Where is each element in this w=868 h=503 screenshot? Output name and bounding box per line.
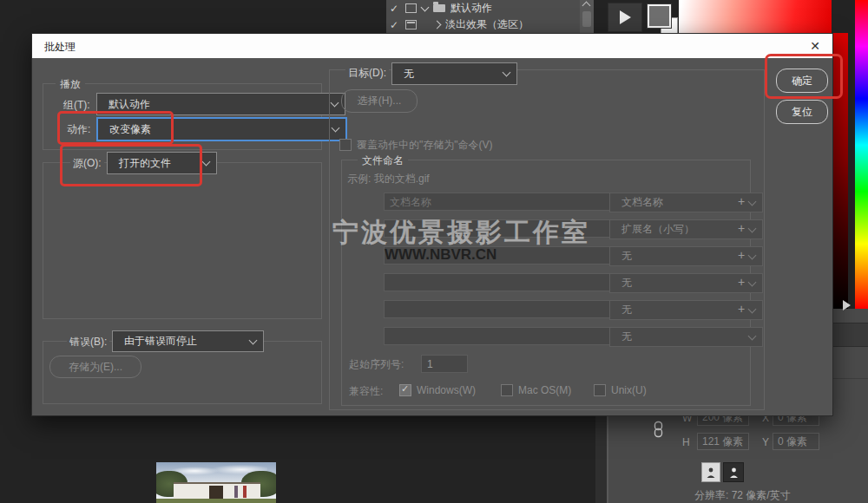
chevron-down-icon <box>748 304 757 313</box>
portrait-person-icon <box>706 467 716 478</box>
play-action-button[interactable] <box>608 3 642 32</box>
chevron-down-icon <box>748 224 757 232</box>
photoshop-workspace: ✓ 默认动作 ✓ 淡出效果（选区） W X H Y <box>0 0 868 503</box>
orientation-portrait-button[interactable] <box>701 462 720 482</box>
photo-banner-gray <box>234 486 238 498</box>
naming-text-4[interactable] <box>384 273 613 291</box>
error-label: 错误(B): <box>67 335 109 349</box>
naming-text-1[interactable] <box>384 193 613 211</box>
dialog-title: 批处理 <box>44 40 76 55</box>
naming-text-6[interactable] <box>384 327 613 345</box>
naming-select-6-value: 无 <box>621 330 632 344</box>
compat-macos-label: Mac OS(M) <box>518 384 571 396</box>
chevron-down-icon <box>748 251 757 259</box>
save-as-label: 存储为(E)... <box>69 360 122 375</box>
photo-grass <box>156 499 276 503</box>
file-naming-group: 文件命名 示例: 我的文档.gif 文档名称 + 扩展名（小写） + 无 + <box>341 160 751 406</box>
naming-text-5[interactable] <box>384 300 613 318</box>
action-row-fade-effect[interactable]: ✓ 淡出效果（选区） <box>386 16 580 33</box>
chevron-down-icon <box>748 197 757 206</box>
override-save-as-label: 覆盖动作中的"存储为"命令(V) <box>357 138 493 153</box>
house-photo-thumbnail <box>156 462 276 503</box>
naming-example: 示例: 我的文档.gif <box>347 172 430 186</box>
action-enabled-check-icon[interactable]: ✓ <box>390 3 400 15</box>
compat-unix-label: Unix(U) <box>611 384 647 396</box>
naming-select-5-value: 无 <box>621 303 632 317</box>
landscape-person-icon <box>728 467 740 478</box>
reset-button[interactable]: 复位 <box>776 100 828 124</box>
save-as-button[interactable]: 存储为(E)... <box>49 356 141 378</box>
action-label: 淡出效果（选区） <box>445 17 529 32</box>
play-icon <box>620 10 631 24</box>
watermark-website: WWW.NBVR.CN <box>385 246 496 264</box>
choose-button[interactable]: 选择(H)... <box>341 89 418 113</box>
height-label: H <box>682 436 690 448</box>
modal-toggle-icon[interactable] <box>405 3 417 13</box>
photo-banner-red <box>243 486 247 498</box>
annotation-box-source <box>60 144 202 186</box>
reset-label: 复位 <box>792 105 812 120</box>
add-row-icon[interactable]: + <box>738 221 745 235</box>
watermark-studio-name: 宁波优景摄影工作室 <box>332 215 590 251</box>
annotation-box-ok <box>765 54 843 99</box>
action-enabled-check-icon[interactable]: ✓ <box>390 19 400 31</box>
file-naming-legend: 文件命名 <box>358 154 408 168</box>
naming-select-1-value: 文档名称 <box>621 195 663 210</box>
chevron-down-icon <box>748 331 757 340</box>
compatibility-label: 兼容性: <box>349 384 383 399</box>
link-dimensions-icon[interactable] <box>653 421 664 438</box>
play-group-legend: 播放 <box>56 77 85 92</box>
add-row-icon[interactable]: + <box>738 248 745 262</box>
error-dropdown[interactable]: 由于错误而停止 <box>112 330 264 352</box>
chevron-down-icon <box>202 158 211 167</box>
chevron-down-icon <box>748 278 757 286</box>
add-row-icon[interactable]: + <box>738 275 745 289</box>
foreground-color-swatch[interactable] <box>648 4 671 28</box>
orientation-landscape-button[interactable] <box>723 462 744 482</box>
action-set-label: 默认动作 <box>450 1 492 16</box>
chevron-down-icon <box>503 69 511 77</box>
naming-select-2-value: 扩展名（小写） <box>621 222 694 237</box>
actions-panel: ✓ 默认动作 ✓ 淡出效果（选区） <box>386 0 580 33</box>
resolution-value: 分辨率: 72 像素/英寸 <box>694 488 791 503</box>
override-save-as-checkbox[interactable] <box>339 139 352 151</box>
color-picker-saturation-field[interactable] <box>679 0 832 33</box>
scrollbar-thumb[interactable] <box>582 11 591 27</box>
dialog-toggle-icon[interactable] <box>405 20 417 29</box>
action-set-folder-icon <box>433 4 445 12</box>
add-row-icon[interactable]: + <box>738 194 745 208</box>
height-input[interactable] <box>697 433 749 450</box>
naming-select-4-value: 无 <box>621 276 632 291</box>
compat-windows-label: Windows(W) <box>417 384 476 396</box>
serial-number-label: 起始序列号: <box>349 357 404 372</box>
y-label: Y <box>762 436 769 448</box>
annotation-box-action <box>57 111 174 145</box>
naming-select-3-value: 无 <box>621 249 632 264</box>
chevron-right-icon[interactable] <box>433 21 442 29</box>
naming-select-6[interactable]: 无 <box>609 327 763 347</box>
set-dropdown-value: 默认动作 <box>108 97 150 112</box>
close-icon[interactable]: ✕ <box>805 36 825 56</box>
add-row-icon[interactable]: + <box>738 302 745 316</box>
destination-dropdown-value: 无 <box>404 67 414 82</box>
compat-windows-checkbox[interactable] <box>399 384 411 396</box>
destination-dropdown[interactable]: 无 <box>391 62 517 85</box>
color-picker-hue-bar[interactable] <box>855 0 868 309</box>
compat-unix-checkbox[interactable] <box>594 384 606 396</box>
action-row-default-actions[interactable]: ✓ 默认动作 <box>386 0 580 16</box>
hue-slider-pointer[interactable] <box>843 300 851 310</box>
choose-label: 选择(H)... <box>358 94 402 108</box>
dialog-titlebar[interactable]: 批处理 ✕ <box>32 34 832 58</box>
destination-label: 目标(D): <box>345 66 389 81</box>
y-input[interactable] <box>773 433 819 450</box>
serial-number-input[interactable] <box>421 355 468 373</box>
compat-macos-checkbox[interactable] <box>501 384 513 396</box>
error-dropdown-value: 由于错误而停止 <box>124 334 197 349</box>
chevron-down-icon[interactable] <box>421 3 430 11</box>
chevron-down-icon <box>249 336 258 344</box>
